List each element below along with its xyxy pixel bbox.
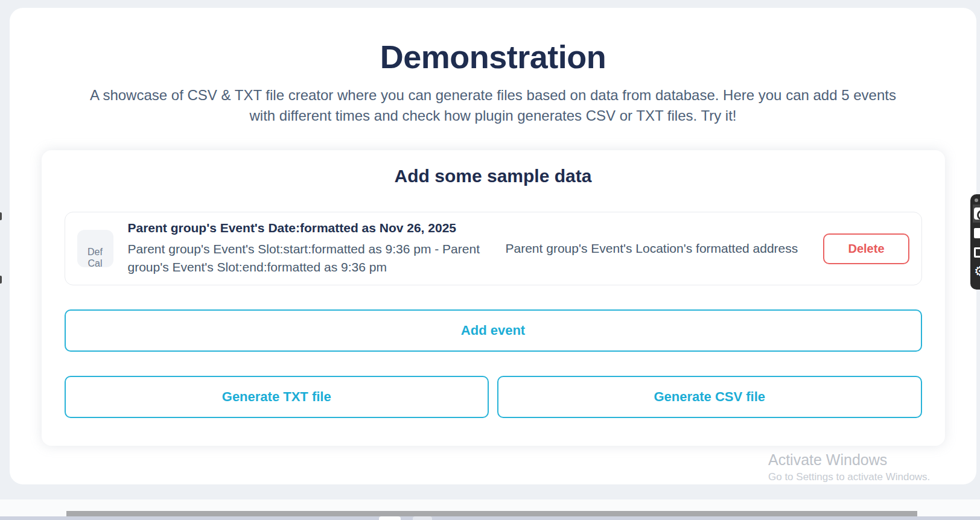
frame-icon — [974, 247, 980, 258]
taskbar-edge — [0, 516, 980, 520]
delete-button[interactable]: Delete — [823, 233, 909, 264]
windows-activation-watermark: Activate Windows Go to Settings to activ… — [768, 451, 930, 483]
horizontal-scrollbar-thumb[interactable] — [66, 511, 917, 516]
event-thumbnail-alt-text: Def Cal — [84, 230, 107, 267]
page-subtitle: A showcase of CSV & TXT file creator whe… — [83, 85, 903, 126]
capture-toolbar: ⚙ — [970, 194, 980, 290]
page-title: Demonstration — [10, 38, 976, 75]
taskbar-button[interactable] — [413, 516, 432, 520]
event-date-title: Parent group's Event's Date:formatted as… — [128, 221, 483, 235]
taskbar-button[interactable] — [379, 516, 401, 520]
toolbar-item-capture-rect[interactable] — [973, 224, 980, 242]
page-bottom-gap — [0, 484, 980, 499]
event-location: Parent group's Event's Location's format… — [497, 241, 809, 256]
left-edge-widget-sliver — [0, 276, 2, 284]
event-row: Def Cal Parent group's Event's Date:form… — [65, 212, 922, 285]
activate-windows-text: Activate Windows — [768, 451, 930, 469]
event-time-range: Parent group's Event's Slot:start:format… — [128, 240, 483, 276]
add-event-button[interactable]: Add event — [65, 309, 922, 352]
card-heading: Add some sample data — [65, 166, 922, 186]
toolbar-handle-dot — [975, 198, 978, 202]
event-info: Parent group's Event's Date:formatted as… — [128, 221, 483, 276]
settings-gear-icon: ⚙ — [974, 265, 980, 277]
event-thumbnail: Def Cal — [77, 230, 113, 267]
sample-data-card: Add some sample data Def Cal Parent grou… — [42, 150, 945, 446]
toolbar-item-frame[interactable] — [973, 243, 980, 261]
toolbar-item-camera[interactable] — [973, 205, 980, 223]
main-content-panel: Demonstration A showcase of CSV & TXT fi… — [10, 8, 976, 484]
capture-rect-icon — [974, 228, 980, 238]
generate-txt-button[interactable]: Generate TXT file — [65, 376, 489, 418]
left-edge-widget-sliver — [0, 212, 2, 220]
camera-icon — [974, 208, 980, 220]
activate-windows-subtext: Go to Settings to activate Windows. — [768, 471, 930, 483]
generate-csv-button[interactable]: Generate CSV file — [497, 376, 922, 418]
toolbar-item-settings[interactable]: ⚙ — [973, 262, 980, 281]
generate-buttons-row: Generate TXT file Generate CSV file — [65, 376, 922, 418]
